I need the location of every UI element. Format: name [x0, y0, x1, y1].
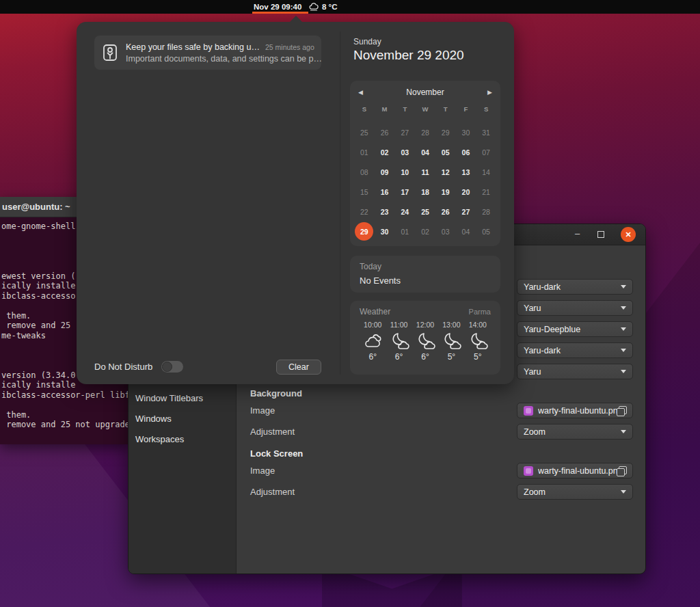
calendar-day[interactable]: 08 — [354, 162, 375, 182]
calendar-day[interactable]: 19 — [435, 182, 456, 202]
minimize-button[interactable]: – — [574, 228, 581, 241]
calendar-day[interactable]: 03 — [435, 221, 456, 241]
weather-indicator[interactable]: 8 °C — [309, 0, 338, 14]
calendar-day[interactable]: 10 — [394, 162, 415, 182]
dow-label: W — [415, 105, 435, 113]
next-month-button[interactable]: ▶ — [481, 89, 492, 96]
sidebar-item-window-titlebars[interactable]: Window Titlebars — [135, 392, 203, 405]
calendar-day[interactable]: 25 — [415, 202, 435, 221]
calendar-weekday: Sunday — [353, 37, 381, 46]
events-title: Today — [360, 262, 491, 271]
calendar-day[interactable]: 20 — [456, 182, 476, 202]
lock-screen-image-label: Image — [250, 466, 275, 476]
maximize-button[interactable] — [597, 231, 604, 238]
calendar-day[interactable]: 09 — [375, 162, 395, 182]
moon-cloud-icon — [415, 331, 435, 351]
calendar-day[interactable]: 26 — [375, 122, 395, 142]
background-image-file-button[interactable]: warty-final-ubuntu.png — [517, 403, 633, 418]
icons-theme-select[interactable]: Yaru-Deepblue — [517, 321, 633, 337]
calendar-day[interactable]: 31 — [476, 122, 496, 142]
calendar-day[interactable]: 05 — [476, 221, 496, 241]
notification-title: Keep your files safe by backing u… — [126, 42, 260, 52]
calendar-day[interactable]: 26 — [435, 202, 456, 221]
calendar-day[interactable]: 14 — [476, 162, 496, 182]
calendar-day[interactable]: 27 — [394, 122, 415, 142]
calendar-day[interactable]: 30 — [456, 122, 476, 142]
shell-theme-select[interactable]: Yaru-dark — [517, 342, 633, 358]
calendar-day[interactable]: 02 — [375, 142, 395, 162]
weather-section[interactable]: Weather Parma 10:00 6° 11:00 — [350, 301, 500, 375]
hour-time: 14:00 — [465, 321, 491, 329]
file-name: warty-final-ubuntu.png — [538, 466, 617, 476]
month-name: November — [369, 87, 481, 97]
select-value: Yaru-Deepblue — [524, 325, 621, 334]
do-not-disturb-label: Do Not Disturb — [94, 362, 152, 372]
close-button[interactable]: ✕ — [621, 227, 636, 242]
background-adjustment-select[interactable]: Zoom — [517, 424, 633, 440]
hour-temp: 6° — [386, 352, 412, 362]
sidebar-item-workspaces[interactable]: Workspaces — [135, 433, 184, 446]
do-not-disturb-toggle[interactable] — [161, 361, 183, 373]
calendar-day[interactable]: 23 — [375, 202, 395, 221]
dow-label: S — [354, 105, 375, 113]
calendar-day[interactable]: 17 — [394, 182, 415, 202]
calendar-day[interactable]: 11 — [415, 162, 435, 182]
notification-card[interactable]: Keep your files safe by backing u… 25 mi… — [94, 36, 321, 70]
calendar-day[interactable]: 13 — [456, 162, 476, 182]
hour-time: 10:00 — [360, 321, 386, 329]
calendar-day[interactable]: 27 — [456, 202, 476, 221]
calendar-day[interactable]: 01 — [394, 221, 415, 241]
calendar-day[interactable]: 30 — [375, 221, 395, 241]
calendar-day[interactable]: 24 — [394, 202, 415, 221]
applications-theme-select[interactable]: Yaru-dark — [517, 279, 633, 295]
dow-label: T — [435, 105, 456, 113]
calendar-day[interactable]: 25 — [354, 122, 375, 142]
calendar-day[interactable]: 22 — [354, 202, 375, 221]
calendar-day[interactable]: 01 — [354, 142, 375, 162]
popup-separator — [340, 31, 340, 375]
moon-cloud-icon — [441, 331, 461, 351]
weather-hour: 11:00 6° — [386, 321, 412, 362]
weather-hour: 14:00 5° — [465, 321, 491, 362]
calendar-day[interactable]: 06 — [456, 142, 476, 162]
events-section[interactable]: Today No Events — [350, 256, 500, 293]
calendar-day[interactable]: 29 — [354, 221, 375, 241]
today-badge: 29 — [355, 222, 373, 241]
weather-title: Weather — [360, 307, 390, 316]
popup-arrow — [290, 16, 302, 22]
prev-month-button[interactable]: ◀ — [358, 89, 369, 96]
calendar-day[interactable]: 02 — [415, 221, 435, 241]
dow-label: F — [456, 105, 476, 113]
calendar-day[interactable]: 15 — [354, 182, 375, 202]
calendar-day[interactable]: 29 — [435, 122, 456, 142]
select-value: Yaru-dark — [524, 346, 621, 355]
select-value: Yaru-dark — [524, 282, 621, 292]
notification-time: 25 minutes ago — [265, 43, 314, 51]
calendar-day[interactable]: 28 — [476, 202, 496, 221]
sidebar-item-windows[interactable]: Windows — [135, 412, 172, 426]
lock-screen-image-file-button[interactable]: warty-final-ubuntu.png — [517, 463, 633, 478]
calendar-popup: Keep your files safe by backing u… 25 mi… — [77, 22, 514, 384]
calendar-day[interactable]: 04 — [415, 142, 435, 162]
calendar-day[interactable]: 21 — [476, 182, 496, 202]
lock-screen-adjustment-label: Adjustment — [250, 487, 295, 498]
image-thumbnail-icon — [524, 406, 533, 416]
top-bar: Nov 29 09:40 8 °C — [0, 0, 700, 14]
calendar-day[interactable]: 12 — [435, 162, 456, 182]
calendar-day[interactable]: 03 — [394, 142, 415, 162]
calendar-day[interactable]: 05 — [435, 142, 456, 162]
calendar-day[interactable]: 18 — [415, 182, 435, 202]
background-heading: Background — [250, 388, 302, 399]
calendar-day[interactable]: 07 — [476, 142, 496, 162]
calendar-day[interactable]: 28 — [415, 122, 435, 142]
dow-label: T — [394, 105, 415, 113]
select-value: Zoom — [524, 427, 621, 437]
lock-screen-heading: Lock Screen — [250, 448, 303, 459]
cursor-theme-select[interactable]: Yaru — [517, 300, 633, 316]
calendar-day[interactable]: 04 — [456, 221, 476, 241]
calendar-day[interactable]: 16 — [375, 182, 395, 202]
clear-button[interactable]: Clear — [276, 360, 321, 375]
sound-theme-select[interactable]: Yaru — [517, 364, 633, 379]
calendar-grid: 25 26 27 28 29 30 31 01 02 03 04 05 06 0… — [354, 122, 496, 241]
lock-screen-adjustment-select[interactable]: Zoom — [517, 484, 633, 500]
